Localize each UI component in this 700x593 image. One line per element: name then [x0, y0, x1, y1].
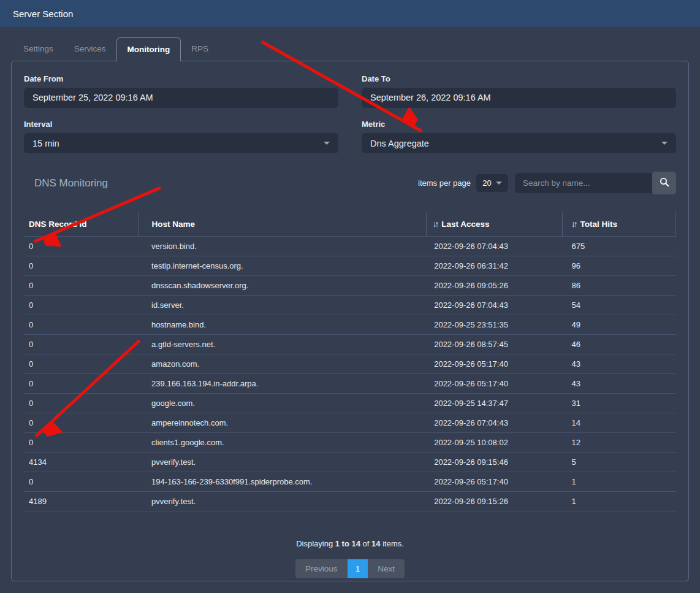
- date-from-input[interactable]: [24, 88, 338, 108]
- column-header-last-access[interactable]: ↓↑Last Access: [426, 212, 562, 237]
- cell-dns-record-id: 4134: [24, 453, 138, 472]
- chevron-down-icon: [496, 182, 502, 185]
- cell-dns-record-id: 0: [24, 354, 138, 374]
- search-input[interactable]: [515, 173, 652, 193]
- table-header: DNS Record Id Host Name ↓↑Last Access ↓↑…: [24, 212, 676, 237]
- interval-selected-value: 15 min: [32, 139, 59, 148]
- cell-host-name: a.gtld-servers.net.: [138, 335, 426, 354]
- cell-host-name: id.server.: [138, 296, 426, 315]
- cell-total-hits: 49: [562, 315, 675, 335]
- cell-host-name: testip.internet-census.org.: [138, 256, 426, 276]
- metric-select[interactable]: Dns Aggregate: [362, 133, 676, 153]
- chevron-down-icon: [661, 142, 668, 145]
- cell-total-hits: 5: [562, 453, 675, 472]
- metric-label: Metric: [362, 120, 676, 129]
- cell-total-hits: 86: [562, 276, 675, 296]
- cell-dns-record-id: 0: [24, 472, 138, 492]
- results-summary: Displaying 1 to 14 of 14 items.: [24, 539, 676, 548]
- cell-host-name: clients1.google.com.: [138, 433, 426, 453]
- dns-monitoring-table: DNS Record Id Host Name ↓↑Last Access ↓↑…: [24, 212, 676, 511]
- table-row: 0ampereinnotech.com.2022-09-26 07:04:431…: [24, 413, 676, 433]
- table-body: 0version.bind.2022-09-26 07:04:436750tes…: [24, 237, 676, 511]
- next-page-button[interactable]: Next: [368, 559, 405, 578]
- date-to-group: Date To: [362, 74, 676, 108]
- date-to-input[interactable]: [362, 88, 676, 108]
- cell-host-name: version.bind.: [138, 237, 426, 256]
- cell-last-access: 2022-09-26 09:05:26: [426, 276, 562, 296]
- interval-label: Interval: [24, 120, 338, 129]
- cell-last-access: 2022-09-26 09:15:46: [426, 453, 562, 472]
- cell-host-name: dnsscan.shadowserver.org.: [138, 276, 426, 296]
- table-row: 4134pvverify.test.2022-09-26 09:15:465: [24, 453, 676, 472]
- table-row: 0hostname.bind.2022-09-25 23:51:3549: [24, 315, 676, 335]
- cell-dns-record-id: 0: [24, 276, 138, 296]
- list-controls: items per page 20: [418, 172, 676, 194]
- table-row: 0google.com.2022-09-25 14:37:4731: [24, 394, 676, 413]
- tab-settings[interactable]: Settings: [13, 37, 64, 61]
- items-per-page-label: items per page: [418, 178, 471, 188]
- table-row: 0dnsscan.shadowserver.org.2022-09-26 09:…: [24, 276, 676, 296]
- tab-services[interactable]: Services: [64, 37, 116, 61]
- app-header: Server Section: [0, 0, 700, 27]
- metric-selected-value: Dns Aggregate: [370, 139, 429, 148]
- cell-host-name: pvverify.test.: [138, 453, 426, 472]
- cell-total-hits: 12: [562, 433, 675, 453]
- search-button[interactable]: [652, 172, 676, 194]
- cell-host-name: hostname.bind.: [138, 315, 426, 335]
- cell-last-access: 2022-09-26 06:31:42: [426, 256, 562, 276]
- cell-last-access: 2022-09-26 07:04:43: [426, 413, 562, 433]
- cell-last-access: 2022-09-26 09:15:26: [426, 492, 562, 511]
- metric-group: Metric Dns Aggregate: [362, 120, 676, 153]
- page-title: Server Section: [13, 9, 73, 19]
- monitoring-panel: Date From Date To Interval 15 min Metric…: [11, 61, 689, 581]
- column-header-dns-record-id: DNS Record Id: [24, 212, 138, 237]
- cell-total-hits: 43: [562, 354, 675, 374]
- tab-bar: Settings Services Monitoring RPS: [13, 37, 700, 61]
- previous-page-button[interactable]: Previous: [295, 559, 348, 578]
- cell-total-hits: 31: [562, 394, 675, 413]
- total-count: 14: [371, 539, 380, 548]
- cell-host-name: amazon.com.: [138, 354, 426, 374]
- table-row: 0testip.internet-census.org.2022-09-26 0…: [24, 256, 676, 276]
- interval-select[interactable]: 15 min: [24, 133, 338, 153]
- date-from-label: Date From: [24, 74, 338, 83]
- tab-rps[interactable]: RPS: [181, 37, 219, 61]
- items-per-page-value: 20: [482, 178, 491, 188]
- cell-last-access: 2022-09-26 08:57:45: [426, 335, 562, 354]
- sort-icon[interactable]: ↓↑: [571, 220, 576, 229]
- table-row: 0239.166.163.194.in-addr.arpa.2022-09-26…: [24, 374, 676, 394]
- cell-total-hits: 46: [562, 335, 675, 354]
- items-per-page-select[interactable]: 20: [476, 174, 508, 192]
- cell-dns-record-id: 0: [24, 256, 138, 276]
- cell-host-name: 194-163-166-239-6330f991.spiderprobe.com…: [138, 472, 426, 492]
- search-group: [515, 172, 676, 194]
- date-to-label: Date To: [362, 74, 676, 83]
- table-row: 0a.gtld-servers.net.2022-09-26 08:57:454…: [24, 335, 676, 354]
- column-header-total-hits[interactable]: ↓↑Total Hits: [562, 212, 675, 237]
- cell-dns-record-id: 0: [24, 237, 138, 256]
- tab-monitoring[interactable]: Monitoring: [116, 37, 181, 61]
- sort-icon[interactable]: ↓↑: [433, 220, 438, 229]
- page-1-button[interactable]: 1: [348, 559, 368, 578]
- cell-last-access: 2022-09-26 05:17:40: [426, 374, 562, 394]
- cell-host-name: 239.166.163.194.in-addr.arpa.: [138, 374, 426, 394]
- cell-total-hits: 1: [562, 492, 675, 511]
- table-row: 4189pvverify.test.2022-09-26 09:15:261: [24, 492, 676, 511]
- section-title: DNS Monitoring: [24, 177, 108, 189]
- cell-last-access: 2022-09-26 05:17:40: [426, 472, 562, 492]
- cell-dns-record-id: 0: [24, 315, 138, 335]
- cell-total-hits: 1: [562, 472, 675, 492]
- cell-last-access: 2022-09-25 14:37:47: [426, 394, 562, 413]
- cell-last-access: 2022-09-26 07:04:43: [426, 237, 562, 256]
- cell-total-hits: 675: [562, 237, 675, 256]
- cell-dns-record-id: 0: [24, 374, 138, 394]
- search-icon: [660, 177, 669, 189]
- column-header-host-name: Host Name: [138, 212, 426, 237]
- table-row: 0clients1.google.com.2022-09-25 10:08:02…: [24, 433, 676, 453]
- cell-dns-record-id: 0: [24, 335, 138, 354]
- table-row: 0version.bind.2022-09-26 07:04:43675: [24, 237, 676, 256]
- cell-dns-record-id: 0: [24, 296, 138, 315]
- table-row: 0id.server.2022-09-26 07:04:4354: [24, 296, 676, 315]
- cell-host-name: google.com.: [138, 394, 426, 413]
- cell-total-hits: 54: [562, 296, 675, 315]
